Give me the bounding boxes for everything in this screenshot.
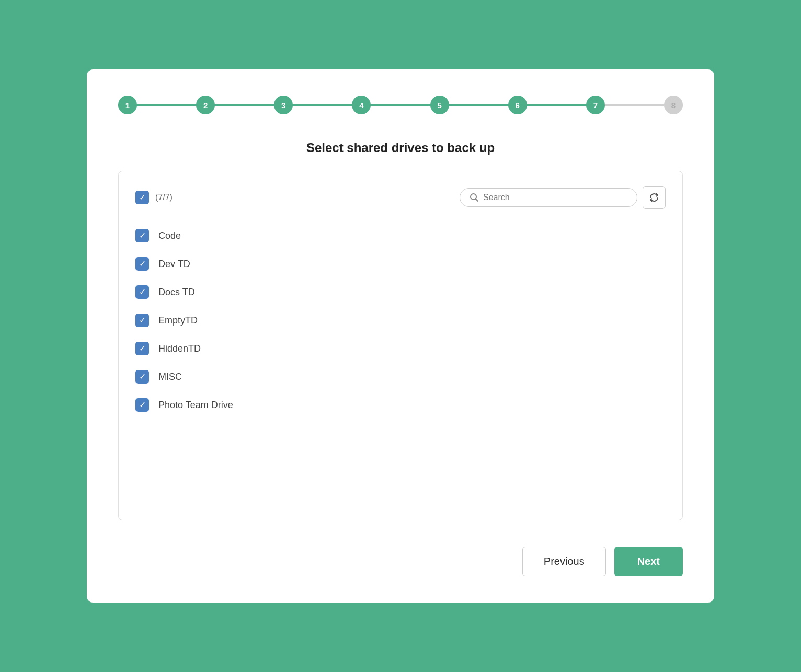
step-6: 6 bbox=[508, 96, 527, 114]
checkmark: ✓ bbox=[139, 344, 146, 353]
next-button[interactable]: Next bbox=[614, 547, 683, 576]
drive-checkbox-emptytd[interactable]: ✓ bbox=[135, 314, 149, 327]
select-all-checkmark: ✓ bbox=[139, 193, 146, 202]
step-3: 3 bbox=[274, 96, 293, 114]
drive-name-emptytd: EmptyTD bbox=[158, 315, 198, 326]
refresh-icon bbox=[649, 192, 659, 203]
stepper: 1 2 3 4 5 6 7 8 bbox=[118, 96, 683, 114]
drive-name-misc: MISC bbox=[158, 372, 182, 383]
drive-list: ✓ Code ✓ Dev TD ✓ Docs TD ✓ Em bbox=[135, 222, 666, 419]
step-2: 2 bbox=[196, 96, 215, 114]
drive-name-hiddentd: HiddenTD bbox=[158, 343, 201, 354]
list-item: ✓ EmptyTD bbox=[135, 306, 666, 334]
bottom-nav: Previous Next bbox=[118, 541, 683, 576]
step-4: 4 bbox=[352, 96, 371, 114]
drive-checkbox-phototeamdrive[interactable]: ✓ bbox=[135, 398, 149, 412]
drive-checkbox-misc[interactable]: ✓ bbox=[135, 370, 149, 384]
checkmark: ✓ bbox=[139, 288, 146, 296]
checkmark: ✓ bbox=[139, 401, 146, 409]
drive-name-phototeamdrive: Photo Team Drive bbox=[158, 400, 233, 411]
drive-name-docstd: Docs TD bbox=[158, 287, 195, 298]
drive-checkbox-code[interactable]: ✓ bbox=[135, 229, 149, 242]
svg-line-1 bbox=[476, 199, 478, 202]
refresh-button[interactable] bbox=[643, 186, 666, 209]
step-7: 7 bbox=[586, 96, 605, 114]
list-item: ✓ MISC bbox=[135, 363, 666, 391]
list-header: ✓ (7/7) bbox=[135, 186, 666, 209]
drive-name-devtd: Dev TD bbox=[158, 259, 190, 270]
checkmark: ✓ bbox=[139, 260, 146, 268]
drive-checkbox-hiddentd[interactable]: ✓ bbox=[135, 342, 149, 355]
page-title: Select shared drives to back up bbox=[118, 141, 683, 155]
drive-checkbox-devtd[interactable]: ✓ bbox=[135, 257, 149, 271]
previous-button[interactable]: Previous bbox=[522, 547, 606, 576]
search-icon bbox=[470, 193, 479, 202]
search-input-wrap bbox=[460, 188, 637, 207]
checkmark: ✓ bbox=[139, 316, 146, 325]
select-all-checkbox[interactable]: ✓ bbox=[135, 191, 149, 204]
list-item: ✓ Code bbox=[135, 222, 666, 250]
drive-name-code: Code bbox=[158, 230, 181, 241]
step-1: 1 bbox=[118, 96, 137, 114]
count-label: (7/7) bbox=[155, 193, 173, 202]
list-item: ✓ HiddenTD bbox=[135, 334, 666, 363]
list-item: ✓ Docs TD bbox=[135, 278, 666, 306]
search-area bbox=[181, 186, 666, 209]
checkmark: ✓ bbox=[139, 231, 146, 240]
list-item: ✓ Photo Team Drive bbox=[135, 391, 666, 419]
search-input[interactable] bbox=[483, 193, 627, 202]
step-8: 8 bbox=[664, 96, 683, 114]
main-modal: 1 2 3 4 5 6 7 8 Select shared drives to … bbox=[87, 69, 714, 603]
drive-checkbox-docstd[interactable]: ✓ bbox=[135, 285, 149, 299]
step-5: 5 bbox=[430, 96, 449, 114]
select-all-area: ✓ (7/7) bbox=[135, 191, 173, 204]
list-item: ✓ Dev TD bbox=[135, 250, 666, 278]
content-box: ✓ (7/7) bbox=[118, 171, 683, 520]
checkmark: ✓ bbox=[139, 373, 146, 381]
stepper-steps: 1 2 3 4 5 6 7 8 bbox=[118, 96, 683, 114]
